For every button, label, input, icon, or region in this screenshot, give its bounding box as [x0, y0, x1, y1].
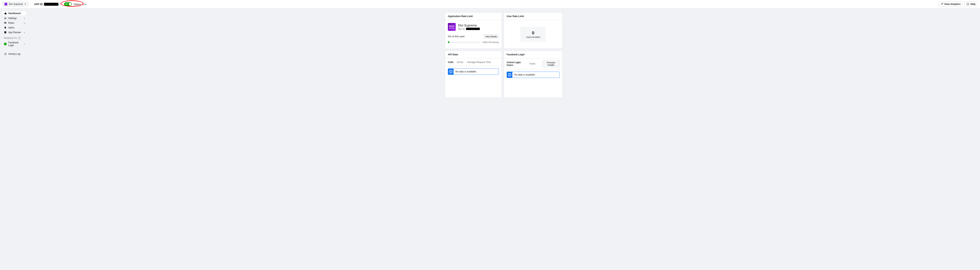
tab-trend[interactable]: Trend: [529, 62, 535, 66]
sidebar-item-label: Dashboard: [8, 12, 21, 15]
card-title: Facebook Login: [504, 51, 562, 59]
bell-icon: [4, 26, 7, 29]
main-content: Application Rate Limit DIVI SUPREME Divi…: [27, 8, 980, 102]
products-heading: PRODUCTS +: [2, 35, 26, 40]
top-bar-right: View Analytics ? Help: [938, 2, 978, 7]
tab-errors[interactable]: Errors: [457, 61, 463, 64]
app-sub-row: App ID:: [458, 28, 480, 30]
chevron-right-icon: ▸: [24, 22, 25, 24]
chevron-right-icon: ▸: [24, 31, 25, 34]
view-analytics-button[interactable]: View Analytics: [938, 2, 963, 7]
add-product-icon[interactable]: +: [18, 37, 21, 40]
info-icon: i: [507, 72, 512, 78]
app-icon: [5, 3, 7, 5]
no-data-banner: i No data is available.: [507, 72, 560, 78]
app-selector-name: Divi Supreme: [9, 3, 23, 5]
sidebar-item-dashboard[interactable]: Dashboard: [2, 11, 26, 16]
help-button[interactable]: ? Help: [964, 2, 978, 7]
app-name: Divi Supreme: [458, 24, 480, 27]
status-value: Live: [82, 3, 87, 6]
dashboard-icon: [4, 12, 7, 15]
sidebar-item-label: App Review: [8, 31, 21, 34]
card-user-rate-limit: User Rate Limit 0 Users throttled: [504, 12, 563, 49]
tab-calls[interactable]: Calls: [448, 61, 453, 64]
progress-bar: [448, 42, 481, 43]
no-data-banner: i No data is available.: [448, 69, 499, 75]
limit-used-text: 0% of limit used: [448, 35, 465, 38]
toggle-knob: [69, 3, 72, 5]
sidebar-item-roles[interactable]: Roles ▸: [2, 21, 26, 25]
card-api-stats: API Stats Calls Errors Average Request T…: [445, 51, 502, 98]
view-analytics-label: View Analytics: [944, 3, 961, 5]
nav-footer: Activity Log: [2, 52, 26, 56]
throttled-count: 0: [522, 30, 544, 35]
svg-text:?: ?: [967, 3, 969, 5]
app-logo-line1: DIVI: [449, 25, 454, 28]
sidebar-item-label: Activity Log: [8, 53, 20, 55]
app-id-value: REDACTED: [44, 3, 58, 6]
app-logo: DIVI SUPREME: [448, 23, 456, 31]
roles-icon: [4, 22, 7, 24]
app-id-sub-value: [466, 28, 480, 30]
status-area: ON Status: Live: [64, 2, 87, 6]
svg-rect-3: [4, 22, 6, 23]
svg-point-2: [5, 18, 6, 19]
card-title: Application Rate Limit: [445, 13, 501, 20]
limit-row: 0% of limit used View Details: [448, 34, 499, 39]
tab-avg-request-time[interactable]: Average Request Time: [467, 61, 491, 64]
sidebar-item-alerts[interactable]: Alerts: [2, 25, 26, 30]
app-info-row: DIVI SUPREME Divi Supreme App ID:: [448, 23, 499, 31]
nav-main: Dashboard Settings ▸ Roles ▸ Alerts App …: [2, 11, 26, 35]
caret-down-icon: [24, 4, 26, 5]
check-circle-icon: [4, 43, 7, 45]
list-icon: [4, 53, 7, 55]
app-id-sub-label: App ID:: [458, 28, 465, 30]
card-title: User Rate Limit: [504, 13, 562, 20]
status-text: Status: Live: [73, 3, 87, 6]
remaining-label: 100% Remaining: [482, 41, 499, 43]
products-title: PRODUCTS: [4, 37, 17, 39]
fb-login-tabs: Active Login Users Trend Promote Install…: [504, 59, 562, 69]
help-icon: ?: [966, 3, 969, 5]
status-prefix: Status:: [73, 3, 81, 6]
sidebar-item-label: Roles: [8, 22, 14, 24]
view-details-button[interactable]: View Details: [484, 34, 499, 39]
toggle-on-label: ON: [64, 3, 68, 5]
card-facebook-login: Facebook Login Active Login Users Trend …: [504, 51, 563, 98]
status-toggle[interactable]: ON: [64, 2, 72, 6]
card-title: API Stats: [445, 51, 501, 59]
throttled-label: Users throttled: [522, 36, 544, 38]
sidebar-item-activity-log[interactable]: Activity Log: [2, 52, 26, 56]
analytics-icon: [940, 3, 943, 5]
app-id-label: APP ID:: [34, 3, 43, 6]
info-icon: i: [448, 69, 453, 75]
sidebar-item-facebook-login[interactable]: Facebook Login ▸: [2, 40, 26, 48]
no-data-text: No data is available.: [514, 72, 536, 78]
chevron-right-icon: ▸: [24, 43, 25, 45]
help-label: Help: [970, 3, 975, 5]
progress-row: 100% Remaining: [448, 41, 499, 43]
sidebar-item-label: Settings: [8, 17, 17, 20]
card-application-rate-limit: Application Rate Limit DIVI SUPREME Divi…: [445, 12, 502, 49]
nav-products: Facebook Login ▸: [2, 40, 26, 48]
shield-check-icon: [4, 31, 7, 34]
sidebar-item-label: Alerts: [8, 26, 14, 29]
sidebar-item-settings[interactable]: Settings ▸: [2, 16, 26, 21]
svg-rect-4: [4, 23, 6, 24]
gear-icon: [4, 17, 7, 20]
no-data-text: No data is available.: [455, 69, 477, 75]
app-logo-line2: SUPREME: [449, 28, 455, 29]
sidebar: Dashboard Settings ▸ Roles ▸ Alerts App …: [0, 8, 27, 102]
sidebar-item-label: Facebook Login: [8, 41, 25, 47]
chevron-right-icon: ▸: [24, 17, 25, 19]
top-bar-left: Divi Supreme APP ID: REDACTED ON Status:…: [2, 2, 87, 6]
progress-dot: [448, 42, 449, 43]
sidebar-item-app-review[interactable]: App Review ▸: [2, 30, 26, 35]
tab-active-login-users[interactable]: Active Login Users: [507, 61, 526, 67]
api-stats-tabs: Calls Errors Average Request Time: [445, 59, 501, 66]
app-selector-dropdown[interactable]: Divi Supreme: [2, 2, 28, 6]
promote-installs-button[interactable]: Promote Installs: [542, 61, 560, 67]
top-bar: Divi Supreme APP ID: REDACTED ON Status:…: [0, 0, 980, 8]
app-id-display: APP ID: REDACTED: [34, 3, 58, 6]
dashboard-grid: Application Rate Limit DIVI SUPREME Divi…: [445, 12, 563, 98]
